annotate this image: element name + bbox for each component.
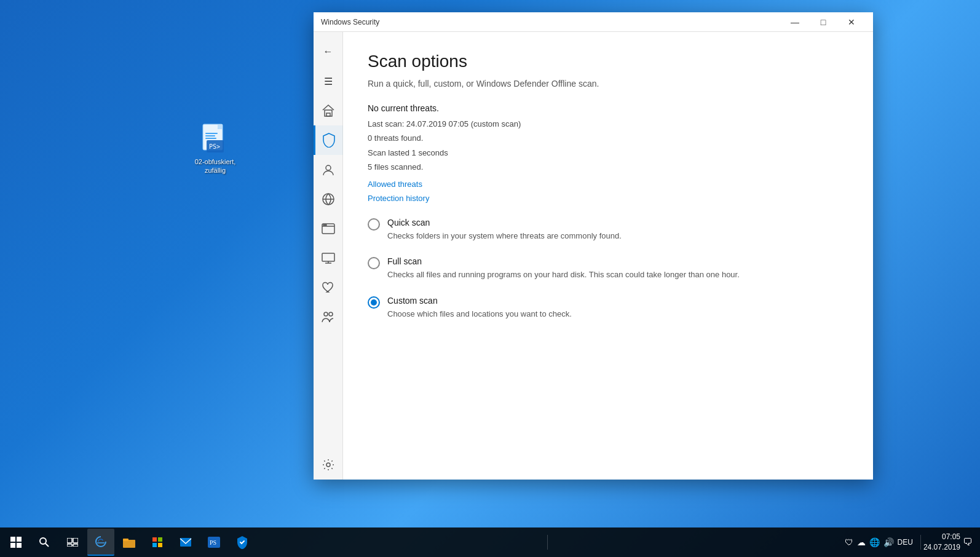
- window-controls: — □ ✕: [781, 12, 866, 32]
- page-subtitle: Run a quick, full, custom, or Windows De…: [368, 79, 848, 89]
- svg-point-11: [40, 538, 46, 544]
- last-scan-text: Last scan: 24.07.2019 07:05 (custom scan…: [368, 117, 848, 131]
- svg-line-12: [45, 543, 49, 547]
- svg-point-38: [329, 312, 333, 316]
- svg-rect-16: [73, 544, 78, 547]
- sidebar-menu-button[interactable]: ☰: [314, 66, 343, 96]
- taskbar-security-btn[interactable]: [229, 529, 256, 556]
- window-titlebar: Windows Security — □ ✕: [314, 12, 873, 32]
- window-title: Windows Security: [321, 18, 781, 26]
- tray-onedrive-icon[interactable]: ☁: [857, 537, 866, 547]
- sidebar-item-health[interactable]: [314, 273, 343, 302]
- desktop-icon-label: 02-obfuskiert, zufällig: [191, 157, 240, 175]
- close-button[interactable]: ✕: [837, 12, 866, 32]
- sidebar-settings-button[interactable]: [314, 450, 343, 480]
- sidebar-item-family[interactable]: [314, 302, 343, 332]
- scan-info: Last scan: 24.07.2019 07:05 (custom scan…: [368, 117, 848, 175]
- desktop-icon[interactable]: PS> 02-obfuskiert, zufällig: [191, 123, 240, 175]
- svg-rect-15: [67, 544, 72, 547]
- protection-history-link[interactable]: Protection history: [368, 194, 848, 203]
- svg-rect-13: [67, 538, 72, 543]
- threats-found-text: 0 threats found.: [368, 131, 848, 145]
- svg-rect-9: [10, 543, 15, 548]
- minimize-button[interactable]: —: [781, 12, 809, 32]
- files-scanned-text: 5 files scanned.: [368, 160, 848, 174]
- taskbar-edge-btn[interactable]: [87, 529, 114, 556]
- taskbar-store-btn[interactable]: [144, 529, 171, 556]
- svg-rect-23: [180, 538, 191, 547]
- file-icon: PS>: [200, 123, 230, 157]
- svg-rect-4: [205, 138, 216, 139]
- page-title: Scan options: [368, 52, 848, 71]
- taskbar-notification-icon[interactable]: 🗨: [963, 537, 973, 548]
- allowed-threats-link[interactable]: Allowed threats: [368, 180, 848, 189]
- sidebar-item-account[interactable]: [314, 155, 343, 184]
- custom-scan-option[interactable]: Custom scan Choose which files and locat…: [368, 296, 848, 320]
- svg-point-32: [323, 224, 325, 226]
- custom-scan-content: Custom scan Choose which files and locat…: [387, 296, 572, 320]
- full-scan-radio[interactable]: [368, 257, 380, 269]
- full-scan-option[interactable]: Full scan Checks all files and running p…: [368, 256, 848, 281]
- taskbar-apps: PS: [0, 529, 258, 556]
- quick-scan-content: Quick scan Checks folders in your system…: [387, 218, 622, 242]
- window-body: ← ☰: [314, 32, 873, 480]
- svg-point-37: [324, 312, 328, 316]
- sidebar: ← ☰: [314, 32, 343, 480]
- tray-network-icon[interactable]: 🌐: [869, 537, 880, 547]
- quick-scan-desc: Checks folders in your system where thre…: [387, 230, 622, 242]
- svg-rect-3: [205, 135, 215, 136]
- svg-rect-18: [123, 539, 128, 541]
- taskbar-taskview-btn[interactable]: [59, 529, 86, 556]
- custom-scan-label: Custom scan: [387, 296, 572, 306]
- taskbar-right: 🛡 ☁ 🌐 🔊 DEU 07:05 24.07.2019 🗨: [837, 532, 980, 553]
- taskbar-language[interactable]: DEU: [898, 538, 913, 547]
- taskbar-clock[interactable]: 07:05 24.07.2019: [923, 532, 960, 553]
- no-threats-text: No current threats.: [368, 103, 848, 113]
- tray-security-icon[interactable]: 🛡: [845, 537, 853, 547]
- taskbar-explorer-btn[interactable]: [116, 529, 143, 556]
- quick-scan-radio[interactable]: [368, 218, 380, 231]
- svg-rect-10: [17, 543, 22, 548]
- svg-rect-1: [218, 124, 223, 129]
- svg-point-28: [326, 165, 331, 170]
- svg-rect-14: [73, 538, 78, 543]
- taskbar-clock-divider: [920, 535, 921, 550]
- svg-rect-8: [17, 537, 22, 542]
- svg-point-33: [325, 224, 326, 226]
- taskbar-terminal-btn[interactable]: PS: [200, 529, 227, 556]
- taskbar: PS 🛡 ☁ 🌐 🔊 DEU 07:05 24.07.201: [0, 527, 980, 557]
- sidebar-item-browser[interactable]: [314, 214, 343, 243]
- custom-scan-radio[interactable]: [368, 296, 380, 309]
- taskbar-date: 24.07.2019: [923, 542, 960, 553]
- main-content: Scan options Run a quick, full, custom, …: [343, 32, 873, 480]
- status-section: No current threats. Last scan: 24.07.201…: [368, 103, 848, 203]
- maximize-button[interactable]: □: [809, 12, 837, 32]
- svg-rect-27: [326, 113, 330, 116]
- windows-security-window: Windows Security — □ ✕ ← ☰: [314, 12, 873, 480]
- svg-rect-34: [322, 253, 334, 261]
- quick-scan-option[interactable]: Quick scan Checks folders in your system…: [368, 218, 848, 242]
- sidebar-item-home[interactable]: [314, 96, 343, 125]
- taskbar-time: 07:05: [942, 532, 960, 542]
- svg-rect-20: [158, 537, 162, 542]
- scan-lasted-text: Scan lasted 1 seconds: [368, 146, 848, 160]
- taskbar-mail-btn[interactable]: [172, 529, 199, 556]
- sidebar-item-device[interactable]: [314, 243, 343, 273]
- svg-text:PS: PS: [210, 539, 216, 546]
- quick-scan-label: Quick scan: [387, 218, 622, 227]
- sidebar-item-shield[interactable]: [314, 125, 343, 155]
- tray-volume-icon[interactable]: 🔊: [883, 537, 894, 547]
- scan-options-section: Quick scan Checks folders in your system…: [368, 218, 848, 320]
- taskbar-tray: 🛡 ☁ 🌐 🔊 DEU: [845, 537, 918, 547]
- taskbar-start-btn[interactable]: [2, 529, 30, 556]
- svg-text:PS>: PS>: [209, 143, 220, 150]
- svg-point-39: [326, 463, 330, 467]
- sidebar-back-button[interactable]: ←: [314, 37, 343, 66]
- svg-rect-22: [158, 543, 162, 547]
- sidebar-item-network[interactable]: [314, 184, 343, 214]
- taskbar-divider: [547, 535, 548, 550]
- svg-rect-7: [10, 537, 15, 542]
- svg-rect-21: [152, 543, 157, 547]
- taskbar-search-btn[interactable]: [31, 529, 58, 556]
- full-scan-label: Full scan: [387, 256, 740, 266]
